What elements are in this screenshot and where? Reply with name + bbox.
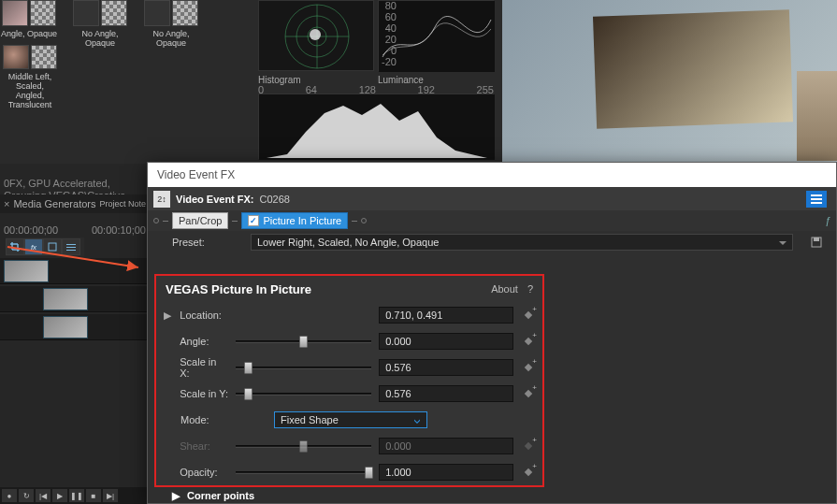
svg-rect-11: [814, 238, 819, 241]
expand-icon[interactable]: ▶: [164, 310, 172, 322]
keyframe-icon: [521, 439, 535, 454]
preview-side: [797, 71, 837, 161]
corner-points-row[interactable]: ▶ Corner points: [165, 486, 262, 504]
help-link[interactable]: ?: [527, 283, 533, 295]
preset-thumb-3[interactable]: No Angle, Opaque: [142, 0, 200, 49]
generator-icon[interactable]: [43, 238, 62, 255]
histogram-scope: [258, 94, 494, 159]
video-event-fx-window: Video Event FX 2↕ Video Event FX: C0268 …: [147, 162, 837, 504]
panel-header: VEGAS Picture In Picture About ?: [156, 276, 542, 302]
shear-value: 0.000: [379, 438, 513, 454]
location-value[interactable]: 0.710, 0.491: [379, 307, 513, 324]
mode-dropdown[interactable]: Fixed Shape: [274, 411, 427, 428]
timeline-event-tools[interactable]: fx: [6, 238, 84, 256]
fx-italic-icon[interactable]: ƒ: [825, 215, 830, 226]
opacity-slider[interactable]: [236, 465, 371, 480]
track-1[interactable]: [0, 258, 150, 284]
preview-pip: [593, 9, 793, 128]
tab-project-note[interactable]: Project Note: [99, 199, 146, 209]
fx-header-label: Video Event FX:: [176, 194, 254, 205]
param-location: ▶ Location: 0.710, 0.491: [156, 302, 542, 328]
param-opacity: Opacity: 1.000: [156, 459, 542, 485]
corner-points-label: Corner points: [187, 490, 254, 501]
transport-bar[interactable]: ● ↻ |◀ ▶ ❚❚ ■ ▶|: [0, 487, 150, 504]
opacity-value[interactable]: 1.000: [379, 464, 513, 481]
keyframe-icon[interactable]: [521, 465, 535, 480]
param-scalex: Scale in X: 0.576: [156, 354, 542, 381]
expand-icon[interactable]: ▶: [172, 490, 180, 502]
preset-label: Preset:: [172, 237, 239, 248]
angle-value[interactable]: 0.000: [379, 333, 513, 350]
fx-chain-row: Pan/Crop ✓ Picture In Picture ƒ: [148, 210, 836, 231]
scalex-slider[interactable]: [236, 360, 371, 375]
chain-pancrop[interactable]: Pan/Crop: [172, 212, 228, 229]
track-2[interactable]: [0, 286, 150, 312]
skip-end-icon[interactable]: ▶|: [103, 489, 118, 502]
preset-row: Preset: Lower Right, Scaled, No Angle, O…: [148, 231, 836, 253]
crop-icon[interactable]: [6, 238, 24, 255]
preset-dropdown[interactable]: Lower Right, Scaled, No Angle, Opaque: [251, 234, 793, 251]
param-scaley: Scale in Y: 0.576: [156, 381, 542, 407]
angle-slider[interactable]: [236, 334, 371, 349]
about-link[interactable]: About: [491, 283, 518, 295]
track-3[interactable]: [0, 314, 150, 340]
scope-scale: 806040200-20: [378, 0, 397, 67]
scaley-value[interactable]: 0.576: [379, 385, 513, 402]
menu-icon[interactable]: [62, 238, 80, 255]
dock-tab-bar[interactable]: × Media Generators Project Note: [0, 194, 150, 213]
stop-icon[interactable]: ■: [86, 489, 101, 502]
play-icon[interactable]: ▶: [52, 489, 67, 502]
chain-node-icon: [153, 218, 159, 223]
vectorscope: [258, 0, 374, 71]
timeline-ruler: 00:00:00;0000:00:10;00: [0, 224, 150, 236]
keyframe-icon[interactable]: [521, 360, 535, 375]
scaley-slider[interactable]: [236, 386, 371, 401]
panel-title: VEGAS Picture In Picture: [166, 282, 311, 296]
shear-slider: [236, 439, 371, 454]
preset-thumb-1[interactable]: Angle, Opaque: [0, 0, 58, 39]
window-titlebar[interactable]: Video Event FX: [148, 163, 836, 187]
fx-header: 2↕ Video Event FX: C0268: [148, 187, 836, 210]
pause-icon[interactable]: ❚❚: [69, 489, 84, 502]
rec-icon[interactable]: ●: [2, 489, 17, 502]
preset-label: Angle, Opaque: [0, 30, 58, 39]
keyframe-icon[interactable]: [521, 308, 535, 323]
tab-media-generators[interactable]: Media Generators: [13, 198, 95, 209]
svg-point-5: [310, 29, 321, 40]
skip-start-icon[interactable]: |◀: [36, 489, 51, 502]
close-icon[interactable]: ×: [4, 198, 9, 209]
chain-pip[interactable]: ✓ Picture In Picture: [241, 212, 348, 229]
hamburger-icon: [811, 198, 822, 200]
param-shear: Shear: 0.000: [156, 433, 542, 459]
checkbox-icon[interactable]: ✓: [248, 215, 259, 226]
param-angle: Angle: 0.000: [156, 328, 542, 354]
fx-icon[interactable]: fx: [24, 238, 43, 255]
panel-menu-button[interactable]: [806, 191, 827, 208]
chain-node-icon: [361, 218, 367, 223]
param-mode: Mode: Fixed Shape: [156, 407, 542, 433]
keyframe-icon[interactable]: [521, 386, 535, 401]
loop-icon[interactable]: ↻: [19, 489, 34, 502]
svg-rect-8: [49, 243, 56, 251]
preset-thumb-2[interactable]: No Angle, Opaque: [71, 0, 129, 49]
preset-label: Middle Left, Scaled, Angled, Translucent: [0, 73, 60, 110]
preset-thumb-4[interactable]: Middle Left, Scaled, Angled, Translucent: [0, 45, 60, 110]
preset-label: No Angle, Opaque: [71, 30, 129, 49]
pip-panel: VEGAS Picture In Picture About ? ▶ Locat…: [156, 276, 542, 485]
preset-label: No Angle, Opaque: [142, 30, 200, 49]
chain-order-icon[interactable]: 2↕: [153, 191, 170, 208]
keyframe-icon[interactable]: [521, 334, 535, 349]
preset-save-icon[interactable]: [808, 234, 825, 251]
scalex-value[interactable]: 0.576: [379, 359, 513, 376]
fx-clip-name: C0268: [260, 194, 290, 205]
